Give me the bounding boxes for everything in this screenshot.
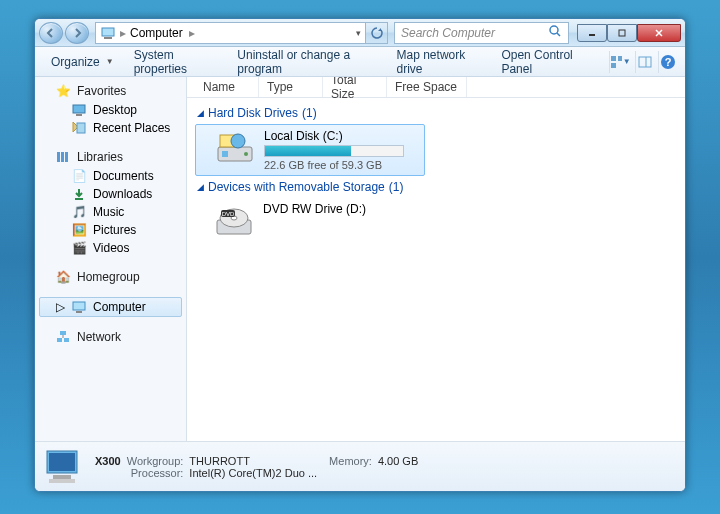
svg-rect-41 [49,479,75,483]
maximize-button[interactable] [607,24,637,42]
homegroup-icon: 🏠 [55,269,71,285]
libraries-icon [55,149,71,165]
search-placeholder: Search Computer [401,26,495,40]
search-input[interactable]: Search Computer [394,22,569,44]
computer-icon [100,25,116,41]
sidebar-item-pictures[interactable]: 🖼️Pictures [35,221,186,239]
sidebar-item-recent[interactable]: Recent Places [35,119,186,137]
view-button[interactable]: ▼ [609,51,631,73]
minimize-button[interactable] [577,24,607,42]
svg-rect-39 [49,453,75,471]
column-total[interactable]: Total Size [323,77,387,97]
sidebar-item-videos[interactable]: 🎬Videos [35,239,186,257]
sidebar-item-desktop[interactable]: Desktop [35,101,186,119]
drive-local-disk-c[interactable]: Local Disk (C:) 22.6 GB free of 59.3 GB [195,124,425,176]
navigation-pane: ⭐Favorites Desktop Recent Places Librari… [35,77,187,441]
column-free[interactable]: Free Space [387,77,467,97]
uninstall-button[interactable]: Uninstall or change a program [229,44,384,80]
svg-point-2 [550,26,558,34]
svg-rect-23 [76,311,82,313]
svg-rect-10 [611,63,616,68]
preview-pane-button[interactable] [635,51,654,73]
drive-name: DVD RW Drive (D:) [263,202,423,218]
collapse-icon[interactable]: ◢ [197,108,204,118]
sidebar-item-music[interactable]: 🎵Music [35,203,186,221]
svg-rect-0 [102,28,114,36]
star-icon: ⭐ [55,83,71,99]
svg-rect-19 [61,152,64,162]
dvd-icon: DVD [213,202,255,238]
explorer-window: ▸ Computer ▸ ▾ Search Computer Organize▼… [34,18,686,492]
svg-line-3 [557,33,560,36]
svg-point-32 [231,134,245,148]
svg-rect-1 [104,37,112,39]
hdd-icon [214,129,256,165]
svg-text:?: ? [665,56,672,68]
column-headers: Name Type Total Size Free Space [187,77,685,98]
memory-value: 4.00 GB [378,455,418,467]
content-area: Name Type Total Size Free Space ◢ Hard D… [187,77,685,441]
svg-rect-24 [57,338,62,342]
sidebar-item-computer[interactable]: ▷Computer [39,297,182,317]
search-icon [548,24,562,41]
svg-rect-22 [73,302,85,310]
address-dropdown[interactable]: ▾ [356,28,361,38]
svg-rect-5 [619,30,625,36]
system-properties-button[interactable]: System properties [126,44,226,80]
details-pane: X300 Workgroup: THURROTT Memory: 4.00 GB… [35,441,685,491]
computer-name: X300 [95,455,121,467]
svg-point-30 [244,152,248,156]
column-type[interactable]: Type [259,77,323,97]
svg-rect-26 [60,331,66,335]
svg-rect-25 [64,338,69,342]
videos-icon: 🎬 [71,240,87,256]
desktop-icon [71,102,87,118]
refresh-button[interactable] [366,22,388,44]
command-bar: Organize▼ System properties Uninstall or… [35,47,685,77]
collapse-icon[interactable]: ◢ [197,182,204,192]
processor-label: Processor: [127,467,184,479]
sidebar-network[interactable]: Network [35,327,186,347]
workgroup-value: THURROTT [189,455,317,467]
map-drive-button[interactable]: Map network drive [389,44,490,80]
items-area[interactable]: ◢ Hard Disk Drives (1) Local Disk (C:) 2… [187,98,685,441]
sidebar-item-documents[interactable]: 📄Documents [35,167,186,185]
control-panel-button[interactable]: Open Control Panel [493,44,600,80]
svg-rect-17 [77,123,85,133]
forward-button[interactable] [65,22,89,44]
svg-rect-40 [53,475,71,479]
column-name[interactable]: Name [195,77,259,97]
workgroup-label: Workgroup: [127,455,184,467]
computer-icon [71,299,87,315]
help-button[interactable]: ? [658,51,677,73]
svg-rect-15 [73,105,85,113]
expand-icon[interactable]: ▷ [56,300,65,314]
svg-rect-9 [618,56,622,61]
breadcrumb-sep: ▸ [189,26,195,40]
organize-button[interactable]: Organize▼ [43,51,122,73]
sidebar-favorites[interactable]: ⭐Favorites [35,81,186,101]
network-icon [55,329,71,345]
back-button[interactable] [39,22,63,44]
music-icon: 🎵 [71,204,87,220]
sidebar-item-downloads[interactable]: Downloads [35,185,186,203]
sidebar-libraries[interactable]: Libraries [35,147,186,167]
recent-icon [71,120,87,136]
usage-bar [264,145,404,157]
close-button[interactable] [637,24,681,42]
address-bar[interactable]: ▸ Computer ▸ ▾ [95,22,366,44]
svg-rect-20 [65,152,68,162]
svg-rect-18 [57,152,60,162]
memory-label: Memory: [329,455,372,467]
processor-value: Intel(R) Core(TM)2 Duo ... [189,467,317,479]
svg-text:DVD: DVD [222,211,235,217]
computer-large-icon [43,447,85,487]
documents-icon: 📄 [71,168,87,184]
svg-rect-29 [222,151,228,157]
group-hard-disks[interactable]: ◢ Hard Disk Drives (1) [195,102,677,124]
group-removable[interactable]: ◢ Devices with Removable Storage (1) [195,176,677,198]
sidebar-homegroup[interactable]: 🏠Homegroup [35,267,186,287]
svg-rect-16 [76,114,82,116]
svg-rect-8 [611,56,616,61]
drive-dvd-rw-d[interactable]: DVD DVD RW Drive (D:) [195,198,425,242]
